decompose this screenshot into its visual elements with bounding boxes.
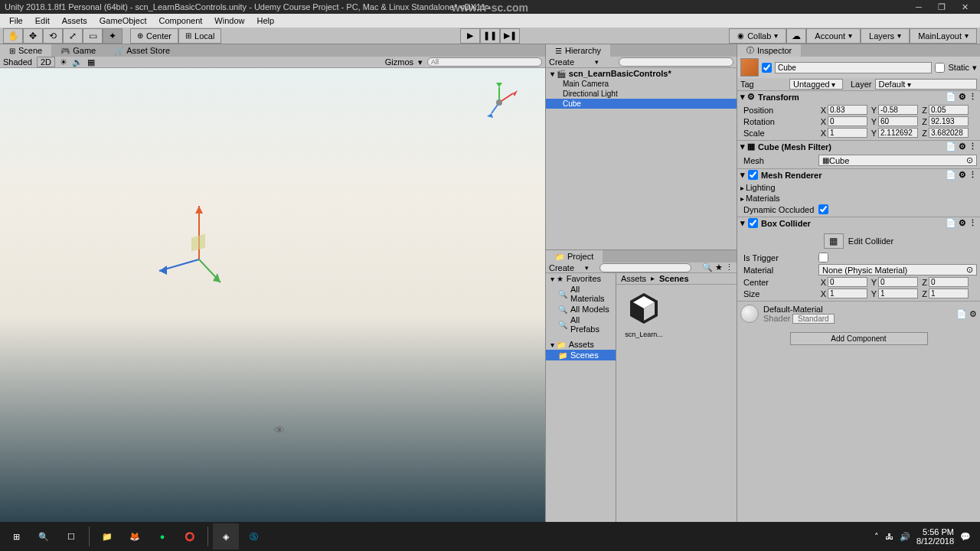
maximize-button[interactable]: ❐ <box>931 0 952 14</box>
fav-prefabs[interactable]: 🔍 All Prefabs <box>546 315 616 334</box>
scale-z[interactable] <box>929 128 969 138</box>
pos-x[interactable] <box>828 105 867 115</box>
gameobject-active-checkbox[interactable] <box>762 63 772 73</box>
move-tool[interactable]: ✥ <box>23 28 43 44</box>
add-component-button[interactable]: Add Component <box>790 332 928 345</box>
start-button[interactable]: ⊞ <box>3 523 29 549</box>
box-collider-header[interactable]: ▾ Box Collider📄 ⚙ ⋮ <box>737 217 980 229</box>
orientation-gizmo[interactable] <box>476 80 522 126</box>
menu-help[interactable]: Help <box>250 16 280 25</box>
mesh-renderer-header[interactable]: ▾ Mesh Renderer📄 ⚙ ⋮ <box>737 169 980 181</box>
fx-toggle[interactable]: ▦ <box>87 57 95 67</box>
rect-tool[interactable]: ▭ <box>83 28 103 44</box>
lighting-foldout[interactable]: ▸ Lighting <box>740 182 977 193</box>
menu-component[interactable]: Component <box>152 16 208 25</box>
shader-dropdown[interactable]: Standard <box>792 314 835 324</box>
size-z[interactable] <box>929 289 969 298</box>
gizmos-dropdown[interactable]: Gizmos <box>385 57 413 67</box>
center-x[interactable] <box>828 277 867 287</box>
layers-dropdown[interactable]: Layers ▾ <box>861 28 910 44</box>
tab-project[interactable]: 📁 Project <box>546 250 603 262</box>
2d-toggle[interactable]: 2D <box>37 57 55 67</box>
menu-gameobject[interactable]: GameObject <box>93 16 153 25</box>
project-favorites[interactable]: ▾ ★ Favorites <box>546 273 616 284</box>
hierarchy-search[interactable] <box>619 57 733 67</box>
hierarchy-directional-light[interactable]: Directional Light <box>546 89 737 99</box>
rot-z[interactable] <box>929 116 969 126</box>
collab-dropdown[interactable]: ◉ Collab ▾ <box>729 28 786 44</box>
minimize-button[interactable]: ─ <box>908 0 929 14</box>
center-y[interactable] <box>878 277 918 287</box>
pause-button[interactable]: ❚❚ <box>480 28 500 44</box>
pos-y[interactable] <box>878 105 918 115</box>
tab-asset-store[interactable]: 🛒 Asset Store <box>105 44 179 57</box>
transform-header[interactable]: ▾ ⚙ Transform📄 ⚙ ⋮ <box>737 91 980 103</box>
gameobject-name-input[interactable] <box>775 62 932 73</box>
tab-game[interactable]: 🎮 Game <box>51 44 105 57</box>
scale-tool[interactable]: ⤢ <box>63 28 83 44</box>
tag-dropdown[interactable]: Untagged ▾ <box>789 79 843 90</box>
material-options-icon[interactable]: 📄 ⚙ <box>956 309 977 319</box>
account-dropdown[interactable]: Account ▾ <box>806 28 861 44</box>
fav-materials[interactable]: 🔍 All Materials <box>546 284 616 304</box>
pivot-center[interactable]: ⊕ Center <box>130 28 178 44</box>
tray-network-icon[interactable]: 🖧 <box>885 532 893 541</box>
breadcrumb-assets[interactable]: Assets <box>621 274 646 283</box>
explorer-icon[interactable]: 📁 <box>94 523 120 549</box>
mesh-field[interactable]: ▦ Cube⊙ <box>818 155 977 166</box>
tab-inspector[interactable]: ⓘ Inspector <box>737 44 801 57</box>
breadcrumb-scenes[interactable]: Scenes <box>659 274 689 283</box>
hierarchy-create[interactable]: Create <box>549 57 574 67</box>
edit-collider-button[interactable]: ▦ <box>824 233 844 249</box>
project-filter-icons[interactable]: 🔍 ★ ⋮ <box>702 262 733 272</box>
unity-taskbar-icon[interactable]: ◈ <box>213 523 239 549</box>
tab-hierarchy[interactable]: ☰ Hierarchy <box>546 44 610 57</box>
close-button[interactable]: ✕ <box>954 0 975 14</box>
is-trigger-checkbox[interactable] <box>818 253 828 262</box>
rot-x[interactable] <box>828 116 867 126</box>
obs-icon[interactable]: ⭕ <box>177 523 203 549</box>
play-button[interactable]: ▶ <box>460 28 480 44</box>
size-x[interactable] <box>828 289 867 298</box>
gameobject-icon[interactable] <box>740 58 759 77</box>
size-y[interactable] <box>878 289 918 298</box>
menu-window[interactable]: Window <box>208 16 250 25</box>
search-icon[interactable]: 🔍 <box>31 523 57 549</box>
shaded-dropdown[interactable]: Shaded <box>3 57 32 67</box>
hierarchy-scene[interactable]: ▾ 🎬 scn_LearnBasicControls* <box>546 68 737 79</box>
project-scenes[interactable]: 📁 Scenes <box>546 350 616 360</box>
tray-chevron-icon[interactable]: ˄ <box>874 532 879 542</box>
box-collider-enabled[interactable] <box>748 218 758 228</box>
step-button[interactable]: ▶❚ <box>500 28 520 44</box>
light-toggle[interactable]: ☀ <box>60 57 67 67</box>
firefox-icon[interactable]: 🦊 <box>122 523 148 549</box>
rot-y[interactable] <box>878 116 918 126</box>
tab-scene[interactable]: ⊞ Scene <box>0 44 51 57</box>
pos-z[interactable] <box>929 105 969 115</box>
scene-search[interactable] <box>427 57 542 67</box>
move-gizmo[interactable] <box>153 198 245 298</box>
static-checkbox[interactable] <box>935 63 945 73</box>
asset-scene[interactable]: scn_Learn... <box>619 288 668 338</box>
center-z[interactable] <box>929 277 969 287</box>
project-assets[interactable]: ▾ 📁 Assets <box>546 339 616 350</box>
hand-tool[interactable]: ✋ <box>3 28 23 44</box>
notification-icon[interactable]: 💬 <box>960 532 971 542</box>
menu-assets[interactable]: Assets <box>56 16 93 25</box>
mesh-renderer-enabled[interactable] <box>748 170 758 180</box>
layer-dropdown[interactable]: Default ▾ <box>875 79 977 90</box>
project-search[interactable] <box>599 263 691 272</box>
app-icon-1[interactable]: ● <box>149 523 175 549</box>
menu-file[interactable]: File <box>3 16 29 25</box>
hierarchy-cube[interactable]: Cube <box>546 99 737 109</box>
skype-icon[interactable]: Ⓢ <box>240 523 266 549</box>
layout-dropdown[interactable]: MainLayout▾ <box>910 28 977 44</box>
task-view-icon[interactable]: ☐ <box>58 523 84 549</box>
hierarchy-main-camera[interactable]: Main Camera <box>546 79 737 89</box>
scale-y[interactable] <box>878 128 918 138</box>
materials-foldout[interactable]: ▸ Materials <box>740 193 977 204</box>
project-create[interactable]: Create <box>549 263 574 272</box>
menu-edit[interactable]: Edit <box>29 16 56 25</box>
dynamic-occluded-checkbox[interactable] <box>818 204 828 214</box>
collider-material-field[interactable]: None (Physic Material)⊙ <box>818 264 977 276</box>
